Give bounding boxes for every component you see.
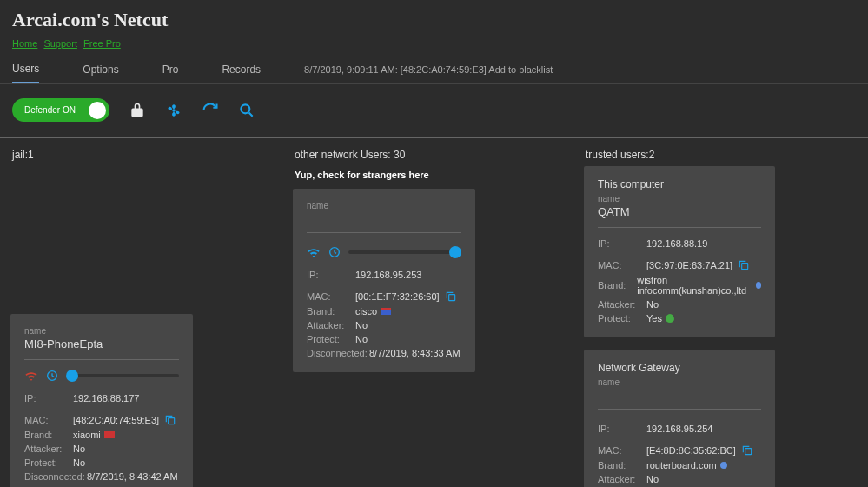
protect-value: Yes [646, 313, 662, 324]
attacker-value: No [646, 299, 659, 310]
card-title: This computer [598, 178, 761, 194]
lock-icon[interactable] [129, 102, 146, 119]
gateway-card[interactable]: Network Gateway name IP:192.168.95.254 M… [584, 350, 775, 487]
disc-label: Disconnected: [24, 471, 87, 482]
link-support[interactable]: Support [43, 38, 77, 49]
tab-users[interactable]: Users [12, 56, 39, 83]
name-label: name [24, 326, 179, 336]
main-columns: jail:1 name MI8-PhoneEpta IP:192.168.88.… [0, 138, 868, 487]
tab-options[interactable]: Options [83, 57, 118, 83]
name-label: name [598, 194, 761, 203]
wifi-icon[interactable] [307, 245, 321, 259]
copy-icon[interactable] [741, 444, 753, 457]
device-name: QATM [598, 203, 761, 223]
brand-value: cisco [355, 306, 377, 317]
protect-label: Protect: [598, 313, 646, 324]
attacker-value: No [355, 320, 368, 330]
svg-rect-5 [448, 295, 454, 301]
mac-value: [48:2C:A0:74:59:E3] [73, 415, 159, 425]
app-title: Arcai.com's Netcut [0, 0, 868, 37]
ip-label: IP: [598, 424, 646, 434]
attacker-value: No [646, 474, 659, 484]
link-free-pro[interactable]: Free Pro [83, 38, 121, 49]
other-header: other network Users: 30 [293, 143, 567, 166]
mac-label: MAC: [598, 260, 646, 270]
attacker-value: No [73, 444, 85, 454]
copy-icon[interactable] [445, 290, 457, 303]
speed-slider[interactable] [66, 374, 179, 377]
tab-pro[interactable]: Pro [162, 57, 179, 83]
svg-rect-7 [745, 449, 751, 455]
svg-point-0 [172, 109, 175, 111]
refresh-icon[interactable] [202, 102, 219, 119]
protect-label: Protect: [307, 334, 355, 344]
svg-rect-6 [742, 264, 748, 270]
mac-value: [E4:8D:8C:35:62:BC] [646, 445, 736, 456]
tab-bar: Users Options Pro Records 8/7/2019, 9:09… [0, 56, 868, 84]
copy-icon[interactable] [164, 414, 176, 426]
jail-column: jail:1 name MI8-PhoneEpta IP:192.168.88.… [10, 143, 284, 487]
brand-label: Brand: [307, 306, 355, 317]
mac-value: [3C:97:0E:63:7A:21] [646, 260, 732, 270]
ip-value: 192.168.88.19 [646, 238, 707, 249]
tab-records[interactable]: Records [222, 57, 261, 83]
brand-value: routerboard.com [646, 460, 717, 470]
wifi-off-icon[interactable] [24, 369, 38, 383]
mac-label: MAC: [307, 291, 355, 302]
flag-icon [720, 462, 727, 469]
top-links: Home Support Free Pro [0, 37, 868, 56]
disc-label: Disconnected: [307, 348, 369, 358]
flag-icon [104, 431, 115, 438]
name-input[interactable] [598, 392, 761, 410]
fan-icon[interactable] [165, 102, 182, 119]
flag-icon [381, 308, 391, 315]
ip-label: IP: [598, 238, 646, 249]
jail-header: jail:1 [10, 143, 284, 166]
attacker-label: Attacker: [24, 444, 73, 454]
this-computer-card[interactable]: This computer name QATM IP:192.168.88.19… [584, 166, 775, 337]
protect-label: Protect: [24, 457, 73, 468]
ip-label: IP: [24, 393, 73, 404]
defender-toggle[interactable]: Defender ON [12, 98, 109, 122]
device-name: MI8-PhoneEpta [24, 336, 179, 356]
clock-icon[interactable] [45, 369, 59, 383]
hint-text: Yup, check for strangers here [293, 166, 567, 189]
toolbar: Defender ON [0, 84, 868, 137]
attacker-label: Attacker: [307, 320, 355, 330]
name-label: name [598, 377, 761, 387]
shield-icon [666, 314, 674, 323]
mac-value: [00:1E:F7:32:26:60] [355, 291, 440, 302]
jail-device-card[interactable]: name MI8-PhoneEpta IP:192.168.88.177 MAC… [10, 314, 193, 487]
brand-label: Brand: [598, 280, 637, 290]
ip-value: 192.168.95.253 [355, 270, 421, 280]
other-device-card[interactable]: name IP:192.168.95.253 MAC:[00:1E:F7:32:… [293, 189, 475, 372]
slider-thumb[interactable] [449, 246, 461, 258]
link-home[interactable]: Home [12, 38, 37, 49]
flag-icon [756, 282, 761, 289]
trusted-column: trusted users:2 This computer name QATM … [575, 143, 858, 487]
brand-label: Brand: [598, 460, 646, 470]
other-column: other network Users: 30 Yup, check for s… [293, 143, 567, 487]
disc-value: 8/7/2019, 8:43:33 AM [369, 348, 461, 358]
protect-value: No [73, 457, 85, 468]
card-title: Network Gateway [598, 362, 761, 377]
copy-icon[interactable] [738, 259, 750, 271]
ip-value: 192.168.88.177 [73, 393, 139, 404]
card-controls [307, 245, 461, 259]
name-input[interactable] [307, 216, 461, 233]
svg-point-1 [241, 104, 249, 113]
clock-icon[interactable] [328, 245, 341, 259]
mac-label: MAC: [598, 445, 646, 456]
slider-thumb[interactable] [66, 370, 78, 382]
ip-label: IP: [307, 270, 355, 280]
toggle-knob [89, 102, 106, 119]
attacker-label: Attacker: [598, 299, 646, 310]
speed-slider[interactable] [348, 250, 461, 254]
defender-label: Defender ON [24, 105, 76, 115]
brand-label: Brand: [24, 430, 73, 440]
ip-value: 192.168.95.254 [646, 424, 712, 434]
attacker-label: Attacker: [598, 474, 646, 484]
search-icon[interactable] [238, 102, 255, 119]
name-label: name [307, 201, 461, 210]
card-controls [24, 369, 179, 383]
